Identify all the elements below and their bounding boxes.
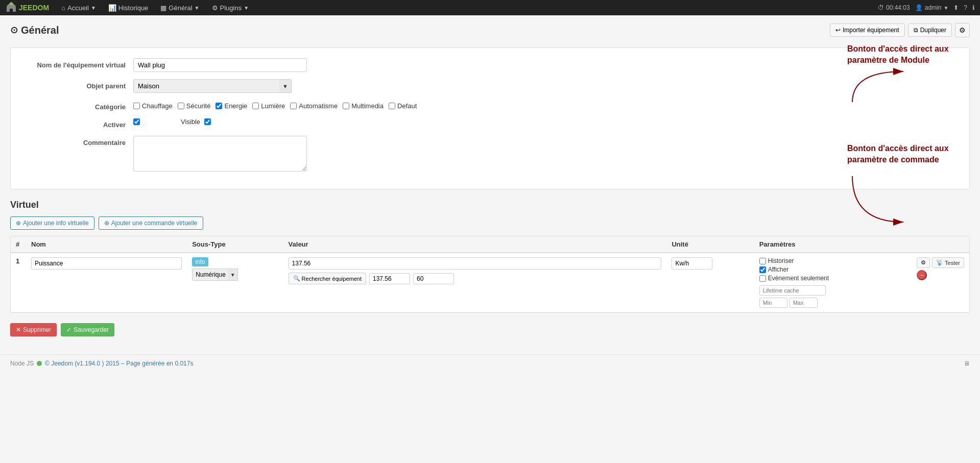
chevron-icon4: ▼ [943, 5, 948, 11]
commentaire-label: Commentaire [21, 136, 133, 147]
historiser-check[interactable] [759, 258, 766, 264]
sauvegarder-button[interactable]: ✓ Sauvegarder [61, 323, 114, 336]
row-tester-button[interactable]: 📡 Tester [932, 257, 964, 268]
footer: Node JS © Jeedom (v1.194.0 ) 2015 – Page… [0, 354, 980, 372]
afficher-label: Afficher [768, 266, 788, 273]
brand-name: JEEDOM [19, 4, 49, 12]
col-valeur: Valeur [283, 236, 667, 253]
col-index: # [11, 236, 26, 253]
row-gear-icon: ⚙ [921, 259, 926, 266]
duplicate-button[interactable]: ⧉ Dupliquer [908, 23, 952, 37]
evenement-check[interactable] [759, 275, 766, 282]
param-evenement: Evènement seulement [759, 275, 906, 282]
plus-icon2: ⊕ [104, 220, 109, 227]
categorie-checkboxes: Chauffage Sécurité Energie Lumière [133, 100, 417, 110]
cat-chauffage: Chauffage [133, 102, 173, 110]
add-info-button[interactable]: ⊕ Ajouter une info virtuelle [10, 216, 94, 230]
row-valeur-input[interactable] [289, 257, 662, 270]
categorie-row: Catégorie Chauffage Sécurité Energie [21, 100, 959, 111]
chevron-icon3: ▼ [244, 5, 249, 11]
cat-securite-check[interactable] [178, 103, 184, 109]
lifetime-input[interactable] [759, 285, 826, 296]
sous-type-select[interactable]: Numérique [192, 269, 238, 281]
nav-plugins[interactable]: ⚙ Plugins ▼ [207, 0, 254, 15]
upload-icon[interactable]: ⬆ [953, 4, 959, 11]
grid-icon: ▦ [160, 4, 166, 12]
virtual-title: Virtuel [10, 200, 970, 210]
gear-button[interactable]: ⚙ [955, 23, 970, 37]
rss-icon: 📡 [936, 259, 943, 266]
minmax-row [759, 298, 906, 308]
add-cmd-button[interactable]: ⊕ Ajouter une commande virtuelle [99, 216, 203, 230]
max-input[interactable] [790, 298, 818, 308]
activer-row: Activer Visible [21, 118, 959, 129]
nav-historique[interactable]: 📊 Historique [103, 0, 154, 15]
cat-chauffage-check[interactable] [133, 103, 140, 109]
table-header: # Nom Sous-Type Valeur Unité Paramètres [11, 236, 969, 253]
row-valeur-cell: 🔍 Rechercher équipement [283, 253, 667, 312]
visible-label: Visible [181, 118, 200, 126]
minus-icon: − [920, 271, 924, 279]
visible-group: Visible [181, 118, 211, 126]
cat-defaut: Defaut [389, 102, 417, 110]
cat-defaut-check[interactable] [389, 103, 395, 109]
objet-row: Objet parent Maison ▼ [21, 79, 959, 93]
row-unite-cell [666, 253, 754, 312]
nav-accueil[interactable]: ⌂ Accueil ▼ [56, 0, 101, 15]
cat-multimedia: Multimedia [343, 102, 384, 110]
user-menu[interactable]: 👤 admin ▼ [915, 4, 949, 11]
sous-type-badge: info [192, 257, 208, 266]
row-remove-button[interactable]: − [917, 270, 927, 280]
chevron-icon: ▼ [91, 5, 96, 11]
plugin-icon: ⚙ [212, 4, 218, 12]
supprimer-button[interactable]: ✕ Supprimer [10, 323, 57, 336]
copy-icon: ⧉ [914, 27, 918, 34]
home-icon: ⌂ [61, 4, 65, 12]
col-sous-type: Sous-Type [187, 236, 283, 253]
sub-val2-input[interactable] [413, 273, 454, 284]
import-icon: ↩ [835, 27, 841, 34]
search-icon: 🔍 [293, 275, 300, 282]
cat-lumiere-check[interactable] [252, 103, 259, 109]
nom-input[interactable] [133, 58, 307, 72]
rechercher-btn[interactable]: 🔍 Rechercher équipement [289, 273, 366, 284]
col-actions [912, 236, 969, 253]
import-button[interactable]: ↩ Importer équipement [830, 23, 905, 37]
visible-check[interactable] [204, 118, 211, 125]
min-input[interactable] [759, 298, 787, 308]
back-icon[interactable]: ⊙ [10, 25, 18, 36]
navbar-left: JEEDOM ⌂ Accueil ▼ 📊 Historique ▦ Généra… [5, 0, 254, 15]
row-nom-cell [26, 253, 187, 312]
cat-lumiere: Lumière [252, 102, 285, 110]
cat-energie-check[interactable] [216, 103, 222, 109]
brand[interactable]: JEEDOM [5, 2, 49, 14]
sub-val1-input[interactable] [369, 273, 410, 284]
objet-select[interactable]: Maison [133, 79, 292, 93]
row-nom-input[interactable] [31, 257, 182, 270]
nom-row: Nom de l'équipement virtual [21, 58, 959, 72]
help-icon[interactable]: ? [964, 4, 967, 11]
row-unite-input[interactable] [672, 257, 712, 270]
sous-type-select-wrapper: Numérique ▼ [192, 269, 238, 281]
info-icon[interactable]: ℹ [972, 4, 975, 11]
commentaire-row: Commentaire [21, 136, 959, 172]
cat-multimedia-label: Multimedia [351, 102, 384, 110]
activer-check[interactable] [133, 118, 140, 125]
page-title: ⊙ Général [10, 25, 59, 36]
clock-icon: ⏱ [878, 4, 884, 11]
nav-general[interactable]: ▦ Général ▼ [155, 0, 204, 15]
cat-automatisme-check[interactable] [290, 103, 297, 109]
node-label: Node JS [10, 360, 34, 367]
virtual-section: Virtuel ⊕ Ajouter une info virtuelle ⊕ A… [10, 200, 970, 313]
form-section: Nom de l'équipement virtual Objet parent… [10, 47, 970, 189]
action-buttons: ⊕ Ajouter une info virtuelle ⊕ Ajouter u… [10, 216, 970, 230]
header-buttons: ↩ Importer équipement ⧉ Dupliquer ⚙ [830, 23, 970, 37]
commentaire-input[interactable] [133, 136, 307, 172]
afficher-check[interactable] [759, 266, 766, 273]
nom-label: Nom de l'équipement virtual [21, 58, 133, 69]
cat-chauffage-label: Chauffage [142, 102, 173, 110]
cat-energie-label: Energie [224, 102, 247, 110]
historiser-label: Historiser [768, 257, 794, 264]
row-gear-button[interactable]: ⚙ [917, 257, 930, 268]
cat-multimedia-check[interactable] [343, 103, 349, 109]
